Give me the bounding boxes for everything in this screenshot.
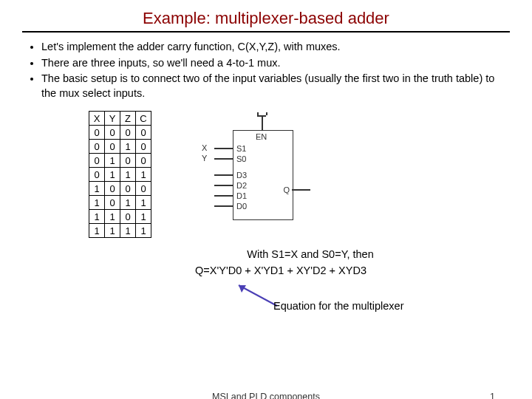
td: 1 — [136, 196, 151, 210]
td: 1 — [120, 168, 136, 182]
mux-d0-pin: D0 — [236, 202, 247, 211]
td: 0 — [136, 126, 151, 140]
td: 1 — [105, 224, 120, 238]
bullet-item: There are three inputs, so we'll need a … — [41, 56, 510, 71]
mux-y-label: Y — [202, 154, 207, 163]
mux-d2-pin: D2 — [236, 181, 247, 190]
td: 0 — [120, 210, 136, 224]
td: 1 — [120, 140, 136, 154]
td: 0 — [89, 154, 105, 168]
mux-en-pin: EN — [256, 132, 267, 141]
eq-line-1: With S1=X and S0=Y, then — [111, 248, 510, 260]
td: 0 — [136, 140, 151, 154]
td: 1 — [105, 154, 120, 168]
eq-label: Equation for the multiplexer — [273, 300, 404, 312]
bullet-item: Let's implement the adder carry function… — [41, 40, 510, 55]
td: 1 — [120, 224, 136, 238]
td: 1 — [89, 224, 105, 238]
arrow-block: Equation for the multiplexer — [22, 281, 510, 315]
td: 1 — [89, 182, 105, 196]
td: 0 — [105, 126, 120, 140]
mux-s1-pin: S1 — [236, 144, 246, 153]
td: 1 — [89, 196, 105, 210]
mux-d3-pin: D3 — [236, 171, 247, 180]
th: Z — [120, 112, 136, 126]
mux-diagram: X Y EN S1 S0 D3 D2 D1 D0 Q — [188, 115, 336, 233]
svg-line-0 — [239, 285, 277, 306]
mux-d1-pin: D1 — [236, 191, 247, 200]
td: 0 — [105, 182, 120, 196]
content-row: X Y Z C 0000 0010 0100 0111 1000 1011 11… — [89, 111, 510, 238]
td: 0 — [89, 168, 105, 182]
td: 0 — [136, 154, 151, 168]
slide-title: Example: multiplexer-based adder — [22, 9, 510, 28]
td: 0 — [120, 154, 136, 168]
mux-s0-pin: S0 — [236, 154, 246, 163]
th: C — [136, 112, 151, 126]
td: 0 — [89, 126, 105, 140]
bullet-item: The basic setup is to connect two of the… — [41, 72, 510, 100]
title-rule — [22, 31, 510, 33]
footer-center: MSI and PLD components — [0, 392, 532, 399]
mux-x-label: X — [202, 143, 207, 152]
td: 1 — [89, 210, 105, 224]
footer-page: 1 — [490, 392, 495, 399]
td: 0 — [105, 196, 120, 210]
mux-q-pin: Q — [283, 185, 290, 194]
td: 0 — [120, 182, 136, 196]
td: 1 — [136, 168, 151, 182]
eq-line-2: Q=X'Y'D0 + X'YD1 + XY'D2 + XYD3 — [52, 265, 510, 276]
td: 0 — [120, 126, 136, 140]
td: 0 — [89, 140, 105, 154]
td: 0 — [136, 182, 151, 196]
mux-box: EN S1 S0 D3 D2 D1 D0 Q — [233, 130, 293, 220]
td: 1 — [105, 210, 120, 224]
bullet-list: Let's implement the adder carry function… — [22, 40, 510, 100]
td: 1 — [136, 224, 151, 238]
td: 1 — [120, 196, 136, 210]
td: 1 — [136, 210, 151, 224]
th: Y — [105, 112, 120, 126]
equation-block: With S1=X and S0=Y, then Q=X'Y'D0 + X'YD… — [22, 248, 510, 276]
td: 0 — [105, 140, 120, 154]
truth-table: X Y Z C 0000 0010 0100 0111 1000 1011 11… — [89, 111, 151, 238]
th: X — [89, 112, 105, 126]
td: 1 — [105, 168, 120, 182]
